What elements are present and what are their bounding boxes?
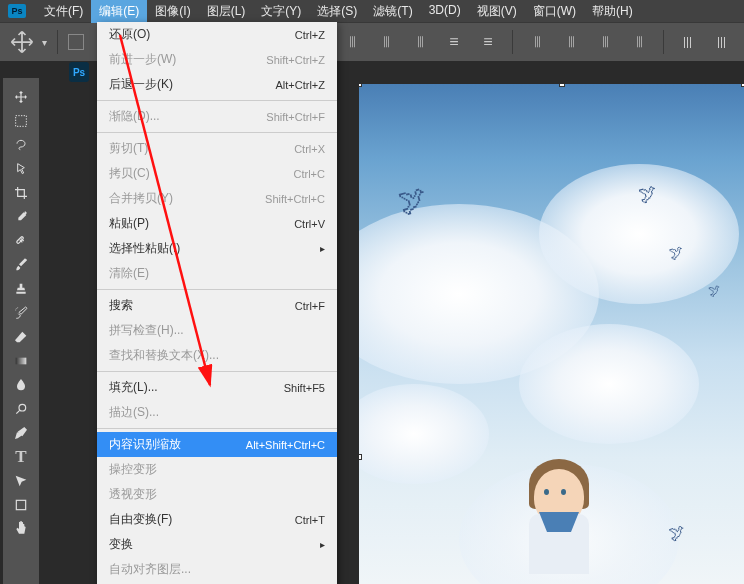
menu-entry: 拼写检查(H)... bbox=[97, 318, 337, 343]
path-tool-icon[interactable] bbox=[9, 470, 33, 492]
menu-item[interactable]: 滤镜(T) bbox=[365, 0, 420, 23]
menu-entry: 合并拷贝(Y)Shift+Ctrl+C bbox=[97, 186, 337, 211]
svg-rect-4 bbox=[16, 500, 25, 509]
brush-tool-icon[interactable] bbox=[9, 254, 33, 276]
lasso-tool-icon[interactable] bbox=[9, 134, 33, 156]
shape-tool-icon[interactable] bbox=[9, 494, 33, 516]
svg-rect-0 bbox=[16, 116, 27, 127]
menu-entry: 透视变形 bbox=[97, 482, 337, 507]
menu-entry[interactable]: 内容识别缩放Alt+Shift+Ctrl+C bbox=[97, 432, 337, 457]
svg-rect-2 bbox=[16, 358, 27, 365]
menu-entry[interactable]: 搜索Ctrl+F bbox=[97, 293, 337, 318]
move-tool-icon[interactable] bbox=[9, 86, 33, 108]
align-icon[interactable]: ⫴ bbox=[338, 28, 366, 56]
menu-entry[interactable]: 后退一步(K)Alt+Ctrl+Z bbox=[97, 72, 337, 97]
menu-entry: 自动对齐图层... bbox=[97, 557, 337, 582]
gradient-tool-icon[interactable] bbox=[9, 350, 33, 372]
menu-entry[interactable]: 粘贴(P)Ctrl+V bbox=[97, 211, 337, 236]
menu-entry: 拷贝(C)Ctrl+C bbox=[97, 161, 337, 186]
menu-entry: 清除(E) bbox=[97, 261, 337, 286]
submenu-arrow-icon: ▸ bbox=[320, 539, 325, 550]
blur-tool-icon[interactable] bbox=[9, 374, 33, 396]
menu-entry[interactable]: 选择性粘贴(I)▸ bbox=[97, 236, 337, 261]
type-tool-icon[interactable]: T bbox=[9, 446, 33, 468]
menu-entry: 渐隐(D)...Shift+Ctrl+F bbox=[97, 104, 337, 129]
history-brush-tool-icon[interactable] bbox=[9, 302, 33, 324]
eyedropper-tool-icon[interactable] bbox=[9, 206, 33, 228]
distribute-icon[interactable]: ⫴ bbox=[557, 28, 585, 56]
edit-menu-dropdown: 还原(O)Ctrl+Z前进一步(W)Shift+Ctrl+Z后退一步(K)Alt… bbox=[97, 22, 337, 584]
menubar: Ps 文件(F)编辑(E)图像(I)图层(L)文字(Y)选择(S)滤镜(T)3D… bbox=[0, 0, 744, 22]
tool-panel: T bbox=[3, 78, 39, 584]
menu-entry[interactable]: 自由变换(F)Ctrl+T bbox=[97, 507, 337, 532]
crop-tool-icon[interactable] bbox=[9, 182, 33, 204]
menu-entry: 操控变形 bbox=[97, 457, 337, 482]
menu-item[interactable]: 视图(V) bbox=[469, 0, 525, 23]
align-icon[interactable]: ≡ bbox=[474, 28, 502, 56]
checkbox-option[interactable] bbox=[68, 34, 84, 50]
character-figure bbox=[509, 454, 609, 584]
menu-item[interactable]: 选择(S) bbox=[309, 0, 365, 23]
menu-item[interactable]: 图像(I) bbox=[147, 0, 198, 23]
menu-entry[interactable]: 填充(L)...Shift+F5 bbox=[97, 375, 337, 400]
align-icon[interactable]: ⫴ bbox=[372, 28, 400, 56]
canvas[interactable]: 🕊 🕊 🕊 🕊 🕊 bbox=[359, 84, 744, 584]
menu-entry: 描边(S)... bbox=[97, 400, 337, 425]
menu-item[interactable]: 图层(L) bbox=[199, 0, 254, 23]
menu-item[interactable]: 文件(F) bbox=[36, 0, 91, 23]
align-icon[interactable]: ⫴ bbox=[406, 28, 434, 56]
menu-entry: 查找和替换文本(X)... bbox=[97, 343, 337, 368]
submenu-arrow-icon: ▸ bbox=[320, 243, 325, 254]
distribute-icon[interactable]: ⫴ bbox=[625, 28, 653, 56]
menu-item[interactable]: 窗口(W) bbox=[525, 0, 584, 23]
menu-entry[interactable]: 变换▸ bbox=[97, 532, 337, 557]
ps-logo: Ps bbox=[8, 4, 26, 18]
distribute-icon[interactable]: ⫼ bbox=[708, 28, 736, 56]
menu-item[interactable]: 文字(Y) bbox=[253, 0, 309, 23]
menu-item[interactable]: 3D(D) bbox=[421, 0, 469, 23]
menu-item[interactable]: 帮助(H) bbox=[584, 0, 641, 23]
svg-point-3 bbox=[19, 404, 26, 411]
menu-entry: 剪切(T)Ctrl+X bbox=[97, 136, 337, 161]
menu-entry[interactable]: 还原(O)Ctrl+Z bbox=[97, 22, 337, 47]
hand-tool-icon[interactable] bbox=[9, 518, 33, 540]
doc-ps-badge: Ps bbox=[69, 62, 89, 82]
dodge-tool-icon[interactable] bbox=[9, 398, 33, 420]
distribute-icon[interactable]: ⫴ bbox=[523, 28, 551, 56]
eraser-tool-icon[interactable] bbox=[9, 326, 33, 348]
move-tool-indicator[interactable] bbox=[8, 28, 36, 56]
pen-tool-icon[interactable] bbox=[9, 422, 33, 444]
distribute-icon[interactable]: ⫼ bbox=[674, 28, 702, 56]
menu-item[interactable]: 编辑(E) bbox=[91, 0, 147, 23]
image-content: 🕊 🕊 🕊 🕊 🕊 bbox=[359, 84, 744, 584]
menu-entry: 前进一步(W)Shift+Ctrl+Z bbox=[97, 47, 337, 72]
quick-select-tool-icon[interactable] bbox=[9, 158, 33, 180]
marquee-tool-icon[interactable] bbox=[9, 110, 33, 132]
healing-tool-icon[interactable] bbox=[9, 230, 33, 252]
align-icon[interactable]: ≡ bbox=[440, 28, 468, 56]
distribute-icon[interactable]: ⫴ bbox=[591, 28, 619, 56]
stamp-tool-icon[interactable] bbox=[9, 278, 33, 300]
